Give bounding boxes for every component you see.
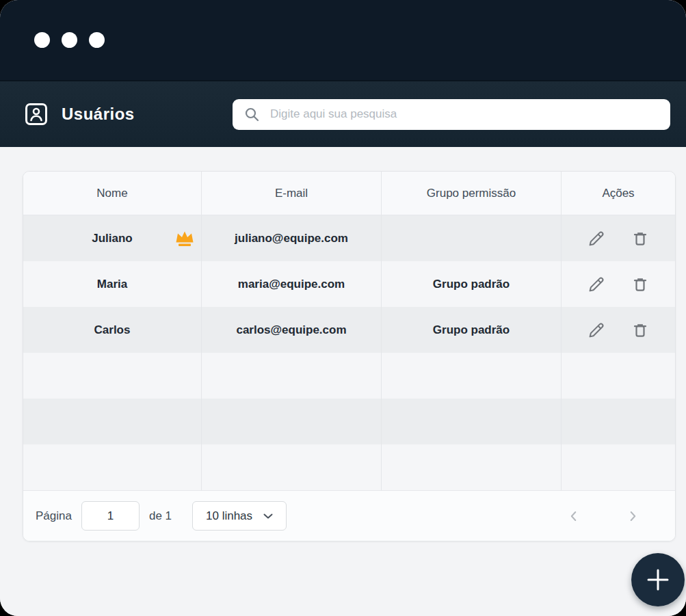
cell-empty — [382, 399, 562, 444]
cell-email: maria@equipe.com — [202, 261, 382, 307]
page-label: Página — [36, 509, 72, 523]
page-title: Usuários — [62, 105, 135, 124]
edit-button[interactable] — [588, 230, 605, 247]
cell-empty — [23, 444, 202, 490]
edit-button[interactable] — [588, 321, 605, 339]
rows-per-page-value: 10 linhas — [206, 509, 252, 523]
cell-empty — [382, 444, 562, 490]
app-window: Usuários Nome E-mail Grupo permissão Açõ… — [0, 0, 686, 616]
pager-nav — [562, 505, 644, 528]
table-header-row: Nome E-mail Grupo permissão Ações — [23, 172, 675, 215]
cell-actions — [562, 261, 675, 307]
users-table-card: Nome E-mail Grupo permissão Ações Julian… — [23, 171, 676, 541]
plus-icon — [646, 568, 670, 591]
title-group: Usuários — [24, 102, 135, 126]
add-user-button[interactable] — [631, 553, 685, 606]
user-name: Juliano — [92, 232, 133, 245]
cell-empty — [562, 353, 675, 399]
window-titlebar — [0, 0, 686, 80]
cell-name: Juliano — [23, 215, 202, 261]
column-header-grupo: Grupo permissão — [382, 172, 562, 215]
table-row-empty — [23, 353, 675, 399]
table-row: Carlos carlos@equipe.com Grupo padrão — [23, 307, 675, 353]
search-icon — [243, 106, 260, 122]
cell-actions — [562, 307, 675, 353]
delete-button[interactable] — [631, 230, 649, 247]
column-header-email: E-mail — [202, 172, 382, 215]
user-card-icon — [24, 102, 49, 126]
cell-empty — [23, 399, 202, 444]
column-header-acoes: Ações — [562, 172, 675, 215]
cell-empty — [382, 353, 562, 399]
cell-empty — [562, 444, 675, 490]
search-box — [233, 99, 670, 130]
page-total-label: de 1 — [149, 509, 172, 523]
cell-name: Carlos — [23, 307, 202, 353]
table-row-empty — [23, 444, 675, 490]
chevron-down-icon — [263, 513, 273, 520]
edit-button[interactable] — [588, 276, 605, 293]
next-page-button[interactable] — [621, 505, 644, 528]
cell-group: Grupo padrão — [382, 261, 562, 307]
delete-button[interactable] — [631, 321, 649, 339]
cell-group: Grupo padrão — [382, 307, 562, 353]
cell-empty — [202, 353, 382, 399]
app-header: Usuários — [0, 80, 686, 147]
cell-email: juliano@equipe.com — [202, 215, 382, 261]
cell-group — [382, 215, 562, 261]
cell-name: Maria — [23, 261, 202, 307]
table-row: Maria maria@equipe.com Grupo padrão — [23, 261, 675, 307]
cell-empty — [202, 399, 382, 444]
cell-empty — [23, 353, 202, 399]
pagination-bar: Página de 1 10 linhas — [23, 490, 675, 541]
delete-button[interactable] — [631, 276, 649, 293]
main-content: Nome E-mail Grupo permissão Ações Julian… — [0, 147, 686, 616]
window-dot-1[interactable] — [34, 32, 50, 48]
table-row: Juliano juliano@equipe.com — [23, 215, 675, 261]
page-number-input[interactable] — [81, 501, 140, 531]
column-header-nome: Nome — [23, 172, 202, 215]
crown-icon — [174, 230, 195, 247]
window-dot-2[interactable] — [62, 32, 77, 48]
rows-per-page-select[interactable]: 10 linhas — [192, 501, 287, 531]
previous-page-button[interactable] — [562, 505, 585, 528]
cell-actions — [562, 215, 675, 261]
search-input[interactable] — [270, 107, 659, 121]
window-dot-3[interactable] — [89, 32, 105, 48]
cell-email: carlos@equipe.com — [202, 307, 382, 353]
table-row-empty — [23, 399, 675, 444]
cell-empty — [562, 399, 675, 444]
cell-empty — [202, 444, 382, 490]
